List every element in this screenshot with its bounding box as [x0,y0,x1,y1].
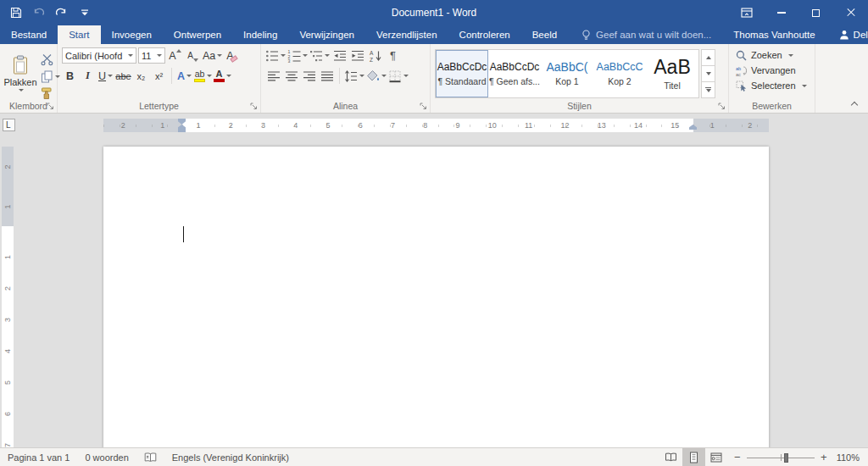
tab-indeling[interactable]: Indeling [232,25,288,44]
paste-button[interactable]: Plakken [4,47,36,98]
share-button[interactable]: Delen [827,25,868,44]
proofing-status-button[interactable] [136,448,164,466]
italic-button[interactable]: I [80,68,96,84]
borders-button[interactable] [388,68,409,84]
change-case-glyph: Aa [203,50,215,62]
tab-verzendlijsten[interactable]: Verzendlijsten [365,25,448,44]
font-dialog-launcher[interactable] [249,102,259,111]
font-color-dropdown-arrow [226,75,231,77]
sort-button[interactable]: AZ [367,47,383,64]
horizontal-ruler[interactable]: 21 123456789101112131415 12 [103,119,769,132]
style-item-standaard[interactable]: AaBbCcDc ¶ Standaard [436,50,488,97]
left-indent-marker[interactable] [178,130,186,132]
zoom-percentage[interactable]: 110% [833,448,868,466]
font-family-dropdown-arrow [128,54,133,57]
styles-scroll-up-button[interactable] [701,49,715,66]
clear-formatting-button[interactable]: A [224,47,240,64]
document-page[interactable] [103,147,769,447]
replace-button[interactable]: abac Vervangen [733,63,810,78]
save-button[interactable] [4,0,27,25]
tab-beeld[interactable]: Beeld [521,25,568,44]
maximize-button[interactable] [798,0,833,25]
page-indicator[interactable]: Pagina 1 van 1 [0,448,77,466]
strikethrough-button[interactable]: abe [115,68,131,84]
zoom-slider-thumb[interactable] [784,453,788,463]
font-family-select[interactable]: Calibri (Hoofd [62,47,136,64]
shading-button[interactable] [366,68,387,84]
subscript-button[interactable]: x₂ [133,68,149,84]
undo-button[interactable] [27,0,50,25]
tab-controleren[interactable]: Controleren [448,25,521,44]
bold-button[interactable]: B [62,68,78,84]
find-button[interactable]: Zoeken [733,47,810,63]
web-layout-button[interactable] [705,448,728,466]
grow-font-button[interactable]: A [167,47,183,64]
collapse-ribbon-button[interactable] [848,98,861,109]
font-family-value: Calibri (Hoofd [65,51,122,61]
align-center-button[interactable] [283,68,299,84]
ruler-right-margin: 12 [693,119,769,132]
language-indicator[interactable]: Engels (Verenigd Koninkrijk) [164,448,297,466]
underline-button[interactable]: U [97,68,114,84]
tab-selector[interactable]: L [3,119,15,131]
zoom-in-button[interactable]: + [815,448,833,466]
select-cursor-icon [736,80,747,92]
style-item-titel[interactable]: AaB Titel [646,50,698,97]
print-layout-button[interactable] [682,448,705,466]
clipboard-group: Plakken Klembord [0,44,58,113]
gallery-more-bar [705,87,711,88]
zoom-out-button[interactable]: − [728,448,747,466]
align-left-button[interactable] [265,68,281,84]
increase-indent-button[interactable] [349,47,365,64]
titlebar: Document1 - Word [0,0,868,25]
font-size-select[interactable]: 11 [138,47,165,64]
ruler-number: 1 [3,204,12,208]
numbering-button[interactable]: 123 [287,47,308,64]
word-count[interactable]: 0 woorden [77,448,136,466]
zoom-slider[interactable] [747,448,815,466]
text-effects-button[interactable]: A [176,68,192,84]
decrease-indent-button[interactable] [331,47,348,64]
redo-button[interactable] [50,0,73,25]
highlight-color-button[interactable]: ab [194,68,212,84]
style-item-kop1[interactable]: AaBbC( Kop 1 [541,50,593,97]
qat-customize-button[interactable] [73,0,96,25]
font-color-button[interactable]: A [214,68,231,84]
clipboard-dialog-launcher[interactable] [46,102,55,111]
tab-verwijzingen[interactable]: Verwijzingen [288,25,365,44]
styles-scroll-down-button[interactable] [701,65,715,82]
style-item-kop2[interactable]: AaBbCcC Kop 2 [593,50,646,97]
close-button[interactable] [833,0,868,25]
underline-dropdown-arrow [108,75,113,77]
read-mode-button[interactable] [659,448,682,466]
select-button[interactable]: Selecteren [733,78,810,93]
styles-dialog-launcher[interactable] [717,102,726,111]
paragraph-dialog-launcher[interactable] [419,102,428,111]
multilevel-list-button[interactable] [309,47,330,64]
ruler-number: 4 [0,349,23,353]
minimize-button[interactable] [764,0,798,25]
change-case-button[interactable]: Aa [203,47,222,64]
account-name[interactable]: Thomas Vanhoutte [721,25,826,44]
line-spacing-button[interactable] [344,68,364,84]
ruler-number: 12 [561,121,570,130]
undo-icon [32,8,45,19]
show-paragraph-marks-button[interactable]: ¶ [385,47,401,64]
style-item-geen-afstand[interactable]: AaBbCcDc ¶ Geen afs... [488,50,541,97]
save-icon [10,7,22,19]
styles-gallery-expand-button[interactable] [701,81,715,98]
maximize-icon [812,9,820,17]
shrink-font-button[interactable]: A [185,47,201,64]
superscript-button[interactable]: x² [151,68,167,84]
scroll-down-icon [706,72,711,75]
align-right-button[interactable] [301,68,317,84]
tab-start[interactable]: Start [58,25,100,44]
ribbon-display-options-button[interactable] [729,0,764,25]
tell-me-box[interactable]: Geef aan wat u wilt doen... [571,25,721,44]
vertical-ruler[interactable]: 21 1234567 [2,137,14,447]
tab-invoegen[interactable]: Invoegen [101,25,163,44]
justify-button[interactable] [319,68,335,84]
bullets-button[interactable] [265,47,286,64]
tab-ontwerpen[interactable]: Ontwerpen [163,25,232,44]
tab-bestand[interactable]: Bestand [0,25,58,44]
